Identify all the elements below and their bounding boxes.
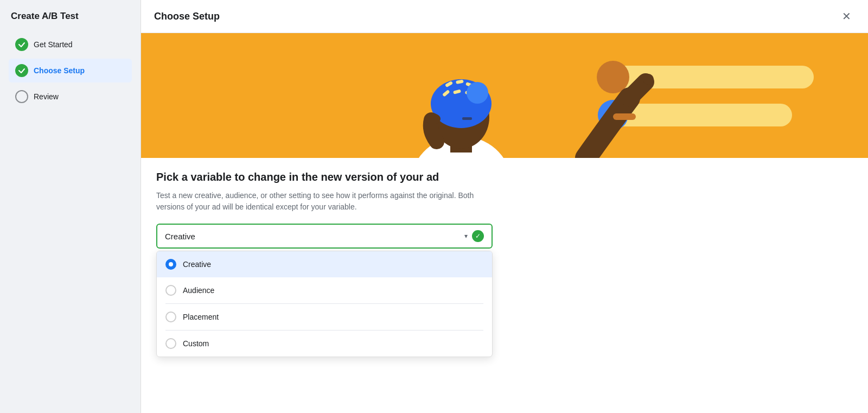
dropdown-option-custom[interactable]: Custom (157, 331, 492, 357)
variable-dropdown-trigger[interactable]: Creative ▾ ✓ (156, 224, 493, 249)
dropdown-trigger-right: ▾ ✓ (464, 230, 484, 242)
dropdown-trigger-left: Creative (165, 232, 195, 241)
option-label-custom: Custom (183, 339, 209, 348)
radio-inner-creative (169, 262, 173, 266)
variable-dropdown-wrapper: Creative ▾ ✓ Creative (156, 224, 493, 249)
sidebar-title: Create A/B Test (9, 11, 132, 22)
svg-rect-20 (613, 113, 636, 120)
modal-title: Choose Setup (154, 11, 220, 22)
sidebar-item-review[interactable]: Review (9, 85, 132, 109)
radio-creative (165, 259, 176, 270)
content-area: Pick a variable to change in the new ver… (141, 158, 868, 413)
sidebar-item-choose-setup[interactable]: Choose Setup (9, 59, 132, 82)
close-button[interactable]: ✕ (838, 8, 855, 25)
step-active-icon (15, 64, 28, 77)
option-label-placement: Placement (183, 313, 219, 321)
radio-placement (165, 312, 176, 322)
step-completed-icon (15, 38, 28, 51)
pick-variable-description: Test a new creative, audience, or other … (156, 190, 503, 213)
chevron-down-icon: ▾ (464, 232, 468, 240)
modal-header: Choose Setup ✕ (141, 0, 868, 33)
svg-point-3 (597, 61, 629, 93)
svg-rect-0 (141, 33, 868, 158)
svg-point-21 (425, 113, 441, 124)
dropdown-selected-value: Creative (165, 232, 195, 241)
radio-custom (165, 338, 176, 349)
sidebar: Create A/B Test Get Started Choose Setup… (0, 0, 141, 413)
step-label-get-started: Get Started (34, 40, 73, 49)
dropdown-option-placement[interactable]: Placement (157, 304, 492, 330)
svg-rect-18 (462, 117, 472, 120)
svg-point-17 (467, 82, 488, 104)
radio-audience (165, 285, 176, 296)
sidebar-item-get-started[interactable]: Get Started (9, 33, 132, 56)
option-label-audience: Audience (183, 286, 214, 295)
dropdown-check-icon: ✓ (472, 230, 484, 242)
step-empty-icon (15, 90, 28, 103)
dropdown-option-audience[interactable]: Audience (157, 277, 492, 303)
variable-dropdown-menu: Creative Audience Placement Custo (156, 251, 493, 357)
dropdown-option-creative[interactable]: Creative (157, 251, 492, 277)
step-label-review: Review (34, 92, 59, 101)
pick-variable-title: Pick a variable to change in the new ver… (156, 171, 853, 183)
option-label-creative: Creative (183, 260, 211, 269)
hero-banner (141, 33, 868, 158)
svg-point-19 (643, 74, 654, 85)
close-icon: ✕ (842, 10, 851, 23)
step-label-choose-setup: Choose Setup (34, 66, 85, 75)
main-panel: Choose Setup ✕ (141, 0, 868, 413)
hero-illustration (141, 33, 868, 158)
check-mark: ✓ (475, 232, 481, 240)
